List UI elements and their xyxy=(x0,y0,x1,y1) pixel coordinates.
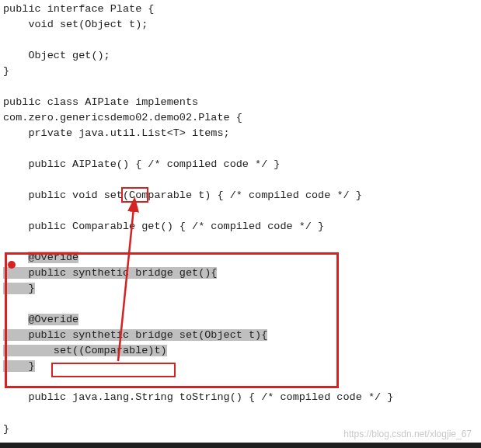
line: set((Comparable)t) xyxy=(3,345,167,356)
synthetic-bridge: synthetic bridge xyxy=(72,329,173,341)
line: public Comparable get() { /* compiled co… xyxy=(3,221,324,232)
line: public void set(Comparable t) { /* compi… xyxy=(3,189,362,201)
taskbar xyxy=(0,443,481,448)
watermark: https://blog.csdn.net/xlogjie_67 xyxy=(343,426,472,442)
line lineblue: } xyxy=(3,360,35,372)
synthetic-bridge: synthetic bridge xyxy=(72,267,173,279)
line: void set(Object t); xyxy=(3,19,148,30)
line: public synthetic bridge set(Object t){ xyxy=(3,329,267,341)
method-set: set xyxy=(104,189,123,201)
line: @Overide xyxy=(3,314,78,325)
override-annotation: @Overide xyxy=(28,314,78,325)
line: Object get(); xyxy=(3,50,110,61)
line: private java.util.List<T> items; xyxy=(3,127,230,139)
line: public class AIPlate implements xyxy=(3,96,198,108)
line: } xyxy=(3,65,9,77)
bridge-call: set((Comparable)t) xyxy=(3,345,167,356)
line: public AIPlate() { /* compiled code */ } xyxy=(3,158,280,170)
closing-brace: } xyxy=(3,422,9,437)
line: } xyxy=(3,283,35,294)
annotation-dot xyxy=(8,261,16,269)
line: public synthetic bridge get(){ xyxy=(3,267,217,279)
code-block: public interface Plate { void set(Object… xyxy=(0,0,481,405)
line: public java.lang.String toString() { /* … xyxy=(3,391,393,403)
override-annotation: @Overide xyxy=(28,252,78,263)
line: public interface Plate { xyxy=(3,3,154,15)
line: com.zero.genericsdemo02.demo02.Plate { xyxy=(3,112,242,123)
